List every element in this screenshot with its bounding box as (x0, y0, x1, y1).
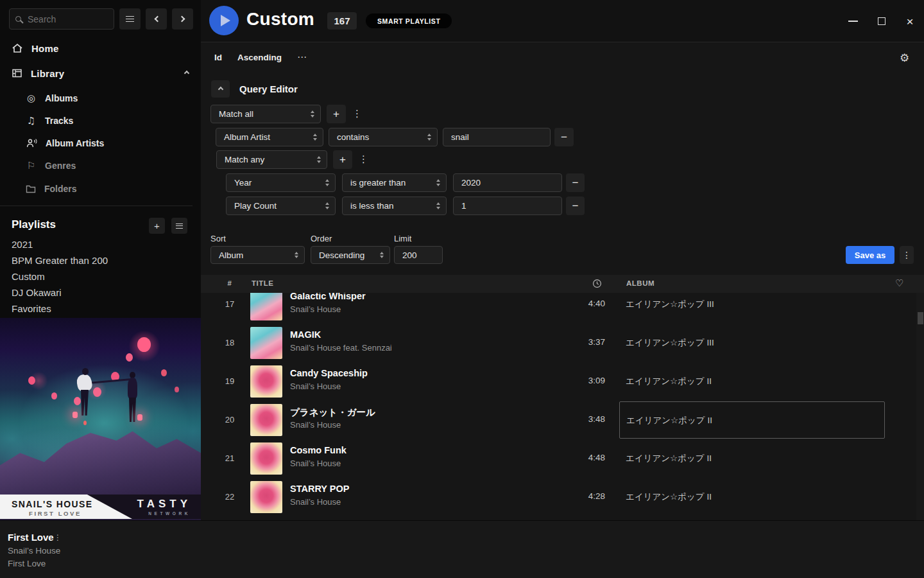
playlist-item-dj-okawari[interactable]: DJ Okawari (12, 287, 62, 300)
sort-label: Sort (210, 234, 226, 243)
manage-playlists-button[interactable] (171, 218, 187, 234)
album-art-thumbnail (250, 404, 282, 436)
column-header-album[interactable]: ALBUM (626, 279, 654, 287)
track-title: Cosmo Funk (290, 445, 346, 455)
rule2-field-select[interactable]: Year (226, 173, 336, 192)
rule1-value-input[interactable] (443, 128, 551, 146)
column-header-title[interactable]: TITLE (252, 279, 273, 287)
now-playing-title: First Love (8, 532, 54, 543)
playlist-item-favorites[interactable]: Favorites (12, 303, 51, 316)
rule2-operator-select[interactable]: is greater than (342, 173, 447, 192)
sidebar: Home Library ◎ Albums ♫ Tracks Album Art… (0, 0, 201, 520)
sidebar-item-genres[interactable]: ⚐ Genres (26, 159, 76, 173)
nav-forward-button[interactable] (172, 8, 193, 30)
album-artists-label: Album Artists (46, 138, 104, 148)
search-box[interactable] (9, 8, 114, 30)
cover-label-subtext: NETWORK (148, 511, 191, 516)
save-as-button[interactable]: Save as (846, 246, 894, 264)
playlist-item-custom[interactable]: Custom (12, 271, 45, 284)
rule3-operator-select[interactable]: is less than (342, 197, 447, 215)
subgroup-options-button[interactable]: ⋮ (359, 153, 368, 165)
window-close-button[interactable]: × (900, 12, 920, 31)
add-rule-button[interactable]: + (327, 105, 346, 123)
menu-button[interactable] (119, 8, 141, 30)
column-header-favorite[interactable]: ♡ (895, 277, 904, 289)
more-options-button[interactable]: ⋯ (297, 51, 307, 63)
gear-icon[interactable]: ⚙ (900, 51, 909, 64)
query-more-button[interactable]: ⋮ (900, 246, 914, 264)
rule1-remove-button[interactable]: − (554, 128, 574, 146)
order-select[interactable]: Descending (311, 246, 390, 264)
query-editor-collapse-button[interactable] (211, 80, 230, 98)
plus-icon: + (154, 220, 160, 231)
select-spinner-icon (317, 156, 321, 163)
sort-order-control[interactable]: Ascending (237, 53, 282, 62)
column-header-duration[interactable] (592, 279, 602, 288)
table-row[interactable]: 19 Candy Spaceship Snail’s House 3:09 エイ… (201, 362, 916, 401)
group-match-select[interactable]: Match any (216, 150, 327, 169)
sidebar-item-album-artists[interactable]: Album Artists (26, 136, 104, 150)
scrollbar-track[interactable] (916, 293, 924, 520)
folder-icon (26, 184, 36, 193)
track-album: エイリアン☆ポップ III (626, 337, 714, 349)
chevron-left-icon (154, 16, 160, 22)
track-duration: 3:48 (560, 414, 605, 424)
sort-field-control[interactable]: Id (214, 53, 222, 62)
playlist-item-2021[interactable]: 2021 (12, 239, 33, 252)
track-number: 18 (220, 338, 239, 347)
rule1-field-select[interactable]: Album Artist (216, 128, 323, 146)
minus-icon: − (572, 177, 579, 189)
cover-hand-lantern-right (137, 414, 142, 421)
table-row[interactable]: 21 Cosmo Funk Snail’s House 4:48 エイリアン☆ポ… (201, 439, 916, 478)
sidebar-item-home[interactable]: Home (12, 41, 58, 55)
rule3-field-select[interactable]: Play Count (226, 197, 336, 215)
cover-artist-text: SNAIL'S HOUSE (12, 499, 93, 509)
tracks-label: Tracks (45, 116, 73, 126)
now-playing-options-button[interactable]: ⋮ (54, 533, 62, 542)
rule1-operator-select[interactable]: contains (329, 128, 438, 146)
group-add-rule-button[interactable]: + (333, 150, 352, 169)
play-playlist-button[interactable] (209, 6, 239, 35)
track-number: 19 (220, 376, 239, 386)
playlist-item-bpm[interactable]: BPM Greater than 200 (12, 255, 108, 268)
limit-input[interactable] (394, 246, 443, 264)
scrollbar-thumb[interactable] (918, 312, 923, 324)
rule2-remove-button[interactable]: − (566, 173, 585, 192)
table-row[interactable]: 18 MAGIK Snail’s House feat. Sennzai 3:3… (201, 324, 916, 362)
sidebar-item-folders[interactable]: Folders (26, 182, 77, 196)
cover-lanterns (0, 318, 6, 325)
rule3-remove-button[interactable]: − (566, 197, 585, 215)
table-row[interactable]: 22 STARRY POP Snail’s House 4:28 エイリアン☆ポ… (201, 478, 916, 516)
sort-select[interactable]: Album (210, 246, 305, 264)
main-panel: Custom 167 SMART PLAYLIST × Id Ascending… (201, 0, 924, 520)
table-row[interactable]: 17 Galactic Whisper Snail’s House 4:40 エ… (201, 293, 916, 324)
sidebar-item-library[interactable]: Library (12, 66, 189, 80)
rule1-field-value: Album Artist (224, 132, 270, 142)
root-match-select[interactable]: Match all (210, 105, 321, 123)
add-playlist-button[interactable]: + (149, 218, 165, 234)
cover-label-text: TASTY (137, 498, 191, 511)
app-window: Home Library ◎ Albums ♫ Tracks Album Art… (0, 0, 924, 578)
limit-label: Limit (394, 234, 411, 243)
track-duration: 4:40 (560, 299, 605, 308)
list-icon (176, 223, 183, 229)
hamburger-icon (126, 16, 134, 22)
nav-back-button[interactable] (146, 8, 167, 30)
sidebar-item-tracks[interactable]: ♫ Tracks (26, 114, 73, 128)
rule3-field-value: Play Count (234, 201, 277, 211)
player-bar: First Love ⋮ Snail’s House First Love (0, 520, 924, 578)
rule3-value-input[interactable] (453, 197, 562, 215)
search-input[interactable] (26, 13, 108, 25)
track-artist: Snail’s House (290, 497, 341, 507)
window-maximize-button[interactable] (872, 12, 891, 31)
table-row[interactable]: 20 プラネット・ガール Snail’s House 3:48 エイリアン☆ポッ… (201, 401, 916, 439)
rule2-value-input[interactable] (453, 173, 562, 192)
sidebar-item-albums[interactable]: ◎ Albums (26, 91, 78, 105)
column-header-number[interactable]: # (220, 279, 239, 287)
rule3-operator-value: is less than (350, 201, 394, 211)
collapse-chevron-icon[interactable] (184, 71, 189, 76)
album-art-thumbnail (250, 327, 282, 359)
window-minimize-button[interactable] (843, 12, 862, 31)
track-number: 20 (220, 415, 239, 425)
group-options-button[interactable]: ⋮ (352, 108, 362, 119)
